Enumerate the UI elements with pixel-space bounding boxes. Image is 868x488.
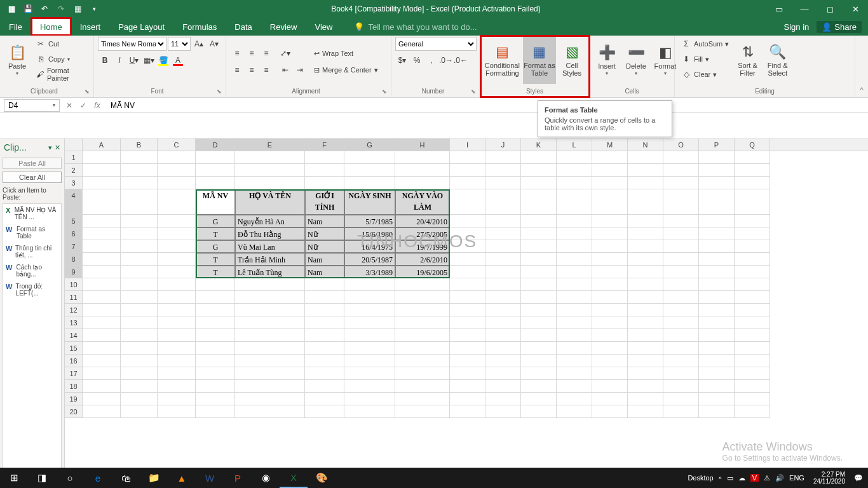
cell-C7[interactable] (158, 240, 196, 253)
cell-O13[interactable] (663, 316, 699, 329)
cell-N20[interactable] (628, 405, 663, 418)
sort-filter-button[interactable]: ⇅Sort & Filter (734, 37, 761, 84)
clear-all-button[interactable]: Clear All (3, 172, 62, 183)
cell-K12[interactable] (521, 304, 557, 316)
cell-N4[interactable] (628, 189, 663, 215)
cell-A5[interactable] (83, 215, 121, 227)
cell-F5[interactable]: Nam (305, 215, 344, 227)
row-header-17[interactable]: 17 (65, 367, 83, 380)
cell-Q3[interactable] (735, 177, 770, 189)
cell-C3[interactable] (158, 177, 196, 189)
cell-B5[interactable] (121, 215, 158, 227)
cell-P4[interactable] (699, 189, 735, 215)
cell-I10[interactable] (450, 278, 485, 291)
cell-K3[interactable] (521, 177, 557, 189)
cell-C19[interactable] (158, 393, 196, 405)
cell-I15[interactable] (450, 342, 485, 355)
fill-color-button[interactable]: 🪣 (156, 53, 170, 67)
vlc-icon[interactable]: ▲ (168, 468, 196, 488)
cell-N10[interactable] (628, 278, 663, 291)
cell-F6[interactable]: Nữ (305, 227, 344, 240)
cell-A17[interactable] (83, 367, 121, 380)
tellme-search[interactable]: 💡 Tell me what you want to do... (341, 18, 783, 36)
cell-B8[interactable] (121, 253, 158, 266)
clip-item-0[interactable]: XMÃ NV HỌ VÀ TÊN ... (3, 204, 61, 223)
cell-G13[interactable] (344, 316, 395, 329)
cell-A3[interactable] (83, 177, 121, 189)
cell-J17[interactable] (485, 367, 521, 380)
cell-O3[interactable] (663, 177, 699, 189)
cell-H4[interactable]: NGÀY VÀO LÀM (395, 189, 450, 215)
cell-C11[interactable] (158, 291, 196, 304)
cell-J3[interactable] (485, 177, 521, 189)
cell-O19[interactable] (663, 393, 699, 405)
cell-J2[interactable] (485, 164, 521, 177)
cell-K15[interactable] (521, 342, 557, 355)
cell-O11[interactable] (663, 291, 699, 304)
cell-N2[interactable] (628, 164, 663, 177)
column-header-H[interactable]: H (395, 139, 450, 151)
cell-G7[interactable]: 16/4/1975 (344, 240, 395, 253)
cortana-button[interactable]: ○ (56, 468, 84, 488)
cell-C15[interactable] (158, 342, 196, 355)
cell-B3[interactable] (121, 177, 158, 189)
find-select-button[interactable]: 🔍Find & Select (764, 37, 792, 84)
cell-D19[interactable] (196, 393, 235, 405)
explorer-icon[interactable]: 📁 (140, 468, 168, 488)
cell-O7[interactable] (663, 240, 699, 253)
cell-G19[interactable] (344, 393, 395, 405)
cell-Q11[interactable] (735, 291, 770, 304)
cell-E10[interactable] (235, 278, 305, 291)
cell-L19[interactable] (557, 393, 592, 405)
cell-K4[interactable] (521, 189, 557, 215)
tab-insert[interactable]: Insert (71, 18, 110, 36)
cell-Q15[interactable] (735, 342, 770, 355)
delete-cells-button[interactable]: ➖Delete▾ (623, 37, 649, 84)
cell-L5[interactable] (557, 215, 592, 227)
cell-A8[interactable] (83, 253, 121, 266)
cell-P8[interactable] (699, 253, 735, 266)
word-icon[interactable]: W (196, 468, 224, 488)
tab-review[interactable]: Review (261, 18, 306, 36)
cell-G20[interactable] (344, 405, 395, 418)
signin-link[interactable]: Sign in (784, 22, 810, 32)
cell-H7[interactable]: 19/7/1999 (395, 240, 450, 253)
cell-H12[interactable] (395, 304, 450, 316)
cell-B14[interactable] (121, 329, 158, 342)
tab-pagelayout[interactable]: Page Layout (109, 18, 173, 36)
cell-A13[interactable] (83, 316, 121, 329)
cell-J1[interactable] (485, 151, 521, 164)
cell-P2[interactable] (699, 164, 735, 177)
cell-O4[interactable] (663, 189, 699, 215)
column-header-F[interactable]: F (305, 139, 344, 151)
cell-N17[interactable] (628, 367, 663, 380)
cell-H10[interactable] (395, 278, 450, 291)
cell-M14[interactable] (592, 329, 628, 342)
pane-options-icon[interactable]: ▾ (48, 144, 52, 152)
cell-A16[interactable] (83, 355, 121, 367)
cell-N7[interactable] (628, 240, 663, 253)
column-header-N[interactable]: N (628, 139, 663, 151)
cell-Q13[interactable] (735, 316, 770, 329)
cell-P3[interactable] (699, 177, 735, 189)
cell-Q17[interactable] (735, 367, 770, 380)
cell-I17[interactable] (450, 367, 485, 380)
row-header-19[interactable]: 19 (65, 393, 83, 405)
cell-K9[interactable] (521, 266, 557, 278)
cell-E16[interactable] (235, 355, 305, 367)
row-header-9[interactable]: 9 (65, 266, 83, 278)
cell-D6[interactable]: T (196, 227, 235, 240)
cell-E7[interactable]: Vũ Mai Lan (235, 240, 305, 253)
cell-J15[interactable] (485, 342, 521, 355)
cell-G1[interactable] (344, 151, 395, 164)
cell-H6[interactable]: 27/5/2005 (395, 227, 450, 240)
column-header-L[interactable]: L (557, 139, 592, 151)
clip-item-4[interactable]: WTrong đó: LEFT(... (3, 280, 61, 299)
cell-M12[interactable] (592, 304, 628, 316)
cell-D8[interactable]: T (196, 253, 235, 266)
fx-button[interactable]: fx (92, 101, 103, 110)
cell-K18[interactable] (521, 380, 557, 393)
cell-B4[interactable] (121, 189, 158, 215)
cell-J5[interactable] (485, 215, 521, 227)
cell-B7[interactable] (121, 240, 158, 253)
